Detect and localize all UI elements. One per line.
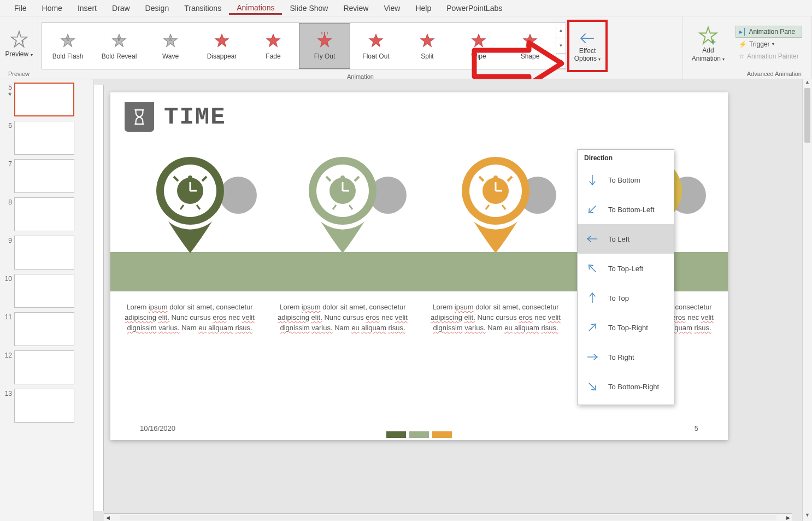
add-animation-label-2: Animation xyxy=(692,55,721,62)
timeline-pin-1[interactable] xyxy=(146,151,234,255)
tab-review[interactable]: Review xyxy=(336,2,376,15)
arrow-icon xyxy=(585,350,599,364)
svg-line-63 xyxy=(589,324,596,331)
arrow-icon xyxy=(585,202,599,216)
direction-to-bottom-left[interactable]: To Bottom-Left xyxy=(578,195,674,224)
tab-draw[interactable]: Draw xyxy=(104,2,138,15)
svg-text:A: A xyxy=(169,37,172,42)
slide-thumb-5[interactable]: 5★ xyxy=(2,83,91,116)
animation-bold-reveal[interactable]: BBold Reveal xyxy=(93,23,145,69)
animation-fade[interactable]: Fade xyxy=(248,23,299,69)
slide-thumb-10[interactable]: 10 xyxy=(2,274,91,308)
tab-animations[interactable]: Animations xyxy=(229,1,282,15)
animation-shape[interactable]: Shape xyxy=(504,23,556,69)
gallery-up-button[interactable]: ▲ xyxy=(556,23,566,38)
animation-pane-label: Animation Pane xyxy=(749,28,796,36)
vertical-ruler xyxy=(94,85,104,511)
svg-marker-17 xyxy=(523,34,537,46)
scroll-left-button[interactable]: ◀ xyxy=(104,515,112,520)
svg-point-24 xyxy=(188,175,192,180)
scroll-up-button[interactable]: ▲ xyxy=(803,79,812,88)
animation-gallery: BBold FlashBBold RevealAWaveDisappearFad… xyxy=(42,22,566,69)
timeline-pin-3[interactable] xyxy=(452,151,539,255)
tab-insert[interactable]: Insert xyxy=(70,2,104,15)
text-column-3[interactable]: Lorem ipsum dolor sit amet, consectetur … xyxy=(423,302,568,333)
direction-to-top-left[interactable]: To Top-Left xyxy=(578,254,674,283)
animation-painter-button[interactable]: ☆Animation Painter xyxy=(735,51,802,62)
timeline-pin-2[interactable] xyxy=(299,151,386,255)
direction-dropdown: Direction To BottomTo Bottom-LeftTo Left… xyxy=(577,149,674,405)
animation-disappear[interactable]: Disappear xyxy=(196,23,248,69)
gallery-down-button[interactable]: ▼ xyxy=(556,38,566,54)
gallery-more-button[interactable]: ▼ xyxy=(556,54,566,69)
slide-thumb-11[interactable]: 11 xyxy=(2,312,91,346)
svg-marker-16 xyxy=(472,34,485,46)
tab-home[interactable]: Home xyxy=(34,2,70,15)
svg-point-42 xyxy=(493,175,498,180)
svg-point-33 xyxy=(340,175,345,180)
svg-line-59 xyxy=(589,206,596,213)
effect-options-label-2: Options xyxy=(574,55,597,62)
text-column-1[interactable]: Lorem ipsum dolor sit amet, consectetur … xyxy=(117,302,262,333)
arrow-left-icon xyxy=(578,29,597,48)
svg-text:B: B xyxy=(67,37,69,42)
tab-view[interactable]: View xyxy=(376,2,408,15)
svg-marker-0 xyxy=(11,32,27,47)
direction-header: Direction xyxy=(578,150,674,165)
slide-thumbnails-panel[interactable]: 5★678910111213 xyxy=(0,79,94,521)
animation-float-out[interactable]: Float Out xyxy=(350,23,402,69)
slide-title[interactable]: TIME xyxy=(164,103,226,131)
animation-split[interactable]: Split xyxy=(402,23,453,69)
scroll-thumb[interactable] xyxy=(804,88,810,143)
direction-to-left[interactable]: To Left xyxy=(578,224,674,254)
animation-bold-flash[interactable]: BBold Flash xyxy=(42,23,93,69)
direction-to-right[interactable]: To Right xyxy=(578,342,674,372)
slide-thumb-6[interactable]: 6 xyxy=(2,121,91,155)
svg-marker-13 xyxy=(318,34,331,46)
animation-pane-button[interactable]: ▸│Animation Pane xyxy=(735,26,802,38)
vertical-scrollbar[interactable]: ▲ ▼ xyxy=(802,79,812,521)
effect-options-button[interactable]: EffectOptions ▾ xyxy=(567,20,608,72)
slide-thumb-9[interactable]: 9 xyxy=(2,236,91,270)
slide-thumb-7[interactable]: 7 xyxy=(2,159,91,193)
hourglass-icon xyxy=(125,102,154,132)
add-animation-button[interactable]: AddAnimation ▾ xyxy=(686,20,730,68)
scroll-right-button[interactable]: ▶ xyxy=(784,515,792,520)
arrow-icon xyxy=(585,232,599,246)
direction-to-top[interactable]: To Top xyxy=(578,283,674,313)
ribbon: Preview ▾ Preview BBold FlashBBold Revea… xyxy=(0,16,812,79)
svg-marker-8 xyxy=(215,34,228,46)
arrow-icon xyxy=(585,379,599,394)
slide-editor[interactable]: TIME Lorem ipsum dolor sit amet, consect… xyxy=(94,79,802,521)
animation-wipe[interactable]: Wipe xyxy=(453,23,504,69)
tab-file[interactable]: File xyxy=(7,2,34,15)
trigger-label: Trigger xyxy=(749,40,770,48)
tab-transitions[interactable]: Transitions xyxy=(176,2,229,15)
advanced-group-title: Advanced Animation xyxy=(683,71,811,79)
animation-wave[interactable]: AWave xyxy=(145,23,196,69)
horizontal-scrollbar[interactable]: ◀ ▶ xyxy=(104,513,792,521)
animation-fly-out[interactable]: Fly Out xyxy=(299,23,350,69)
tab-design[interactable]: Design xyxy=(138,2,177,15)
tab-slideshow[interactable]: Slide Show xyxy=(282,2,336,15)
tab-powerpointlabs[interactable]: PowerPointLabs xyxy=(439,2,510,15)
slide-thumb-13[interactable]: 13 xyxy=(2,389,91,423)
text-column-2[interactable]: Lorem ipsum dolor sit amet, consectetur … xyxy=(270,302,415,333)
animation-painter-label: Animation Painter xyxy=(747,52,799,60)
arrow-icon xyxy=(585,291,599,305)
svg-line-61 xyxy=(589,265,596,272)
trigger-button[interactable]: ⚡Trigger ▾ xyxy=(735,39,802,50)
svg-marker-19 xyxy=(700,27,717,44)
menu-bar: File Home Insert Draw Design Transitions… xyxy=(0,0,812,16)
direction-to-bottom[interactable]: To Bottom xyxy=(578,165,674,195)
slide-number: 5 xyxy=(695,424,698,432)
slide-thumb-12[interactable]: 12 xyxy=(2,350,91,384)
pane-icon: ▸│ xyxy=(739,28,747,36)
preview-group-title: Preview xyxy=(0,71,38,79)
direction-to-top-right[interactable]: To Top-Right xyxy=(578,313,674,342)
preview-button[interactable]: Preview ▾ xyxy=(3,20,34,68)
slide-thumb-8[interactable]: 8 xyxy=(2,197,91,231)
direction-to-bottom-right[interactable]: To Bottom-Right xyxy=(578,372,674,401)
tab-help[interactable]: Help xyxy=(408,2,439,15)
scroll-down-button[interactable]: ▼ xyxy=(803,512,812,521)
